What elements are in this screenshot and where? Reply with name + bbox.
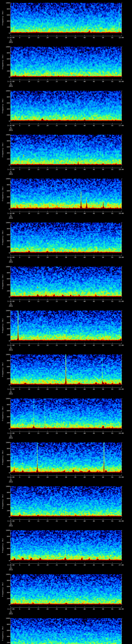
y-minor-tick bbox=[10, 577, 10, 578]
y-tick-label: 600 bbox=[4, 410, 10, 412]
y-major-tick bbox=[10, 624, 10, 624]
y-tick-label: 600 bbox=[4, 454, 10, 456]
x-major-tick bbox=[84, 606, 85, 608]
y-tick-label: 400 bbox=[4, 64, 10, 66]
spectrogram-image bbox=[10, 486, 122, 516]
x-start-label: 3:22:00 bbox=[8, 388, 14, 390]
y-axis-right-line bbox=[122, 179, 122, 209]
x-tick-label: 40 bbox=[84, 37, 86, 38]
x-major-tick bbox=[66, 211, 66, 212]
y-major-tick bbox=[122, 253, 122, 253]
x-tick-label: 50 bbox=[102, 81, 104, 82]
x-end-label: 19:00 bbox=[118, 212, 124, 214]
y-tick-label: 200 bbox=[4, 246, 10, 248]
y-axis-bottom-cap bbox=[10, 77, 11, 77]
y-major-tick bbox=[10, 316, 10, 317]
x-tick-label: 15 bbox=[37, 344, 39, 346]
x-major-tick bbox=[75, 123, 76, 124]
x-tick-label: 10 bbox=[28, 168, 30, 170]
x-tick-label: 30 bbox=[65, 256, 67, 258]
spectrogram-panel: Frequency (Hz) 3:15:00 16:00 8 Jul 2015 … bbox=[0, 44, 132, 88]
x-major-tick bbox=[66, 475, 66, 476]
y-tick-label: 1000 bbox=[4, 310, 10, 312]
y-axis-title: Frequency (Hz) bbox=[2, 230, 4, 245]
y-minor-tick bbox=[10, 232, 10, 232]
y-major-tick bbox=[122, 398, 122, 399]
date-line: 2015 bbox=[9, 569, 13, 570]
x-major-tick bbox=[112, 431, 112, 432]
y-tick-label: 0 bbox=[4, 164, 10, 166]
y-tick-label: 200 bbox=[4, 598, 10, 600]
y-tick-label: 1000 bbox=[4, 134, 10, 136]
y-axis-top-cap bbox=[10, 47, 11, 47]
x-major-tick bbox=[112, 211, 112, 212]
x-tick-label: 15 bbox=[37, 300, 39, 302]
x-tick-label: 10 bbox=[28, 520, 30, 522]
x-major-tick bbox=[112, 123, 112, 124]
x-tick-label: 10 bbox=[28, 608, 30, 610]
x-start-label: 3:17:00 bbox=[8, 168, 14, 170]
y-major-tick bbox=[122, 266, 122, 267]
y-tick-label: 0 bbox=[4, 120, 10, 122]
x-major-tick bbox=[94, 606, 94, 608]
y-tick-label: 1000 bbox=[4, 90, 10, 92]
y-major-tick bbox=[10, 580, 10, 580]
x-major-tick bbox=[29, 606, 29, 608]
x-tick-label: 5 bbox=[19, 168, 20, 170]
y-axis-right-line bbox=[122, 222, 122, 253]
y-axis-top-cap bbox=[10, 530, 11, 530]
y-major-tick bbox=[122, 454, 122, 455]
x-tick-label: 40 bbox=[84, 212, 86, 214]
x-tick-label: 10 bbox=[28, 212, 30, 214]
y-major-tick bbox=[10, 59, 10, 59]
x-tick-label: 20 bbox=[46, 344, 48, 346]
x-tick-label: 45 bbox=[93, 81, 95, 82]
x-tick-label: 40 bbox=[84, 300, 86, 302]
x-tick-label: 35 bbox=[74, 81, 76, 82]
x-tick-label: 10 bbox=[28, 81, 30, 82]
y-minor-tick bbox=[10, 414, 10, 414]
y-axis-title: Frequency (Hz) bbox=[2, 186, 4, 201]
x-tick-label: 20 bbox=[46, 388, 48, 390]
y-tick-label: 600 bbox=[4, 190, 10, 192]
y-major-tick bbox=[10, 33, 10, 33]
y-major-tick bbox=[122, 121, 122, 121]
x-major-tick bbox=[94, 343, 94, 344]
y-minor-tick bbox=[10, 56, 10, 56]
y-minor-tick bbox=[10, 6, 10, 6]
x-tick-label: 50 bbox=[102, 564, 104, 566]
date-line: 2015 bbox=[9, 305, 13, 307]
y-major-tick bbox=[122, 460, 122, 461]
y-tick-label: 1000 bbox=[4, 46, 10, 48]
x-tick-label: 50 bbox=[102, 432, 104, 434]
x-tick-label: 30 bbox=[65, 344, 67, 346]
x-tick-label: 35 bbox=[74, 300, 76, 302]
spectrogram-image bbox=[10, 442, 122, 473]
y-minor-tick bbox=[122, 577, 122, 578]
y-tick-label: 600 bbox=[4, 58, 10, 60]
spectrogram-image bbox=[10, 179, 122, 209]
x-tick-label: 40 bbox=[84, 432, 86, 434]
x-end-label: 27:00 bbox=[118, 564, 124, 566]
x-tick-label: 55 bbox=[111, 212, 113, 214]
date-line: 2015 bbox=[9, 393, 13, 395]
y-minor-tick bbox=[10, 150, 10, 150]
y-tick-label: 200 bbox=[4, 202, 10, 204]
x-tick-label: 40 bbox=[84, 476, 86, 478]
y-minor-tick bbox=[10, 200, 10, 200]
y-axis-right-line bbox=[122, 574, 122, 605]
y-tick-label: 0 bbox=[4, 340, 10, 342]
y-axis-title: Frequency (Hz) bbox=[2, 582, 4, 597]
y-tick-label: 0 bbox=[4, 604, 10, 606]
y-major-tick bbox=[10, 341, 10, 341]
y-major-tick bbox=[122, 53, 122, 53]
y-minor-tick bbox=[122, 270, 122, 270]
x-major-tick bbox=[38, 431, 38, 432]
x-tick-label: 30 bbox=[65, 81, 67, 82]
y-minor-tick bbox=[122, 12, 122, 12]
x-tick-label: 20 bbox=[46, 564, 48, 566]
x-tick-label: 50 bbox=[102, 212, 104, 214]
y-minor-tick bbox=[122, 583, 122, 584]
x-tick-label: 5 bbox=[19, 432, 20, 434]
spectrogram-panel: Frequency (Hz) 3:19:00 20:00 8 Jul 2015 … bbox=[0, 220, 132, 264]
